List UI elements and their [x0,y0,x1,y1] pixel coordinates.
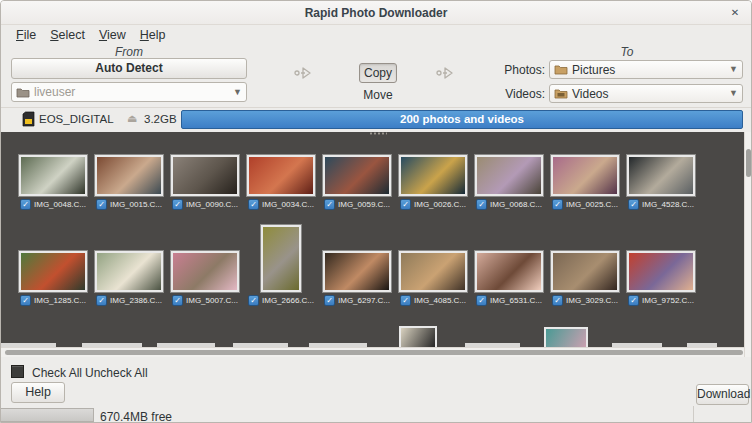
photo-checkbox[interactable]: ✓ [552,199,563,210]
photo-checkbox[interactable]: ✓ [20,295,31,306]
photos-destination-combobox[interactable]: Pictures ▼ [549,60,743,79]
photo-checkbox[interactable]: ✓ [400,199,411,210]
photo-checkbox[interactable]: ✓ [96,199,107,210]
uncheck-all-label[interactable]: Uncheck All [85,366,148,380]
chevron-down-icon: ▼ [729,65,738,74]
title-bar: Rapid Photo Downloader ✕ [1,1,751,25]
check-all-label[interactable]: Check All [32,366,82,380]
photo-item[interactable]: ✓IMG_0048.C... [15,154,91,211]
photo-item[interactable]: ✓IMG_0025.C... [547,154,623,211]
photo-item[interactable]: ✓IMG_0034.C... [243,154,319,211]
move-label[interactable]: Move [359,88,397,102]
vertical-scrollbar[interactable] [744,132,752,357]
photo-thumbnail[interactable] [171,251,239,292]
photo-item[interactable]: ✓IMG_3029.C... [547,224,623,307]
photo-thumbnail[interactable] [261,225,301,292]
photo-thumbnail[interactable] [323,251,391,292]
menu-item-select[interactable]: Select [43,26,92,44]
photo-item[interactable]: ✓IMG_0015.C... [91,154,167,211]
photos-destination-value: Pictures [572,63,615,77]
photo-thumbnail[interactable] [95,155,163,196]
photo-filename: IMG_2386.C... [110,296,162,305]
source-device-combobox[interactable]: liveuser ▼ [11,82,247,102]
photo-item[interactable]: ✓IMG_4528.C... [623,154,699,211]
photo-thumbnail[interactable] [247,155,315,196]
photo-checkbox[interactable]: ✓ [248,295,259,306]
photo-item[interactable]: ✓IMG_2386.C... [91,224,167,307]
photo-filename: IMG_4528.C... [642,200,694,209]
photo-checkbox[interactable]: ✓ [400,295,411,306]
photo-thumbnail[interactable] [95,251,163,292]
photo-item[interactable]: ✓IMG_0068.C... [471,154,547,211]
partial-photo-thumbnail [544,327,588,347]
photo-item[interactable]: ✓IMG_4085.C... [395,224,471,307]
photo-item[interactable]: ✓IMG_6531.C... [471,224,547,307]
photo-checkbox[interactable]: ✓ [628,199,639,210]
copy-button[interactable]: Copy [359,63,397,83]
photo-item[interactable]: ✓IMG_5007.C... [167,224,243,307]
footer-panel: Check All Uncheck All Help Download 670.… [1,357,751,423]
photo-thumbnail[interactable] [551,251,619,292]
thumbnail-grid[interactable]: ✓IMG_0048.C...✓IMG_0015.C...✓IMG_0090.C.… [1,132,744,347]
photo-checkbox[interactable]: ✓ [324,295,335,306]
photo-checkbox[interactable]: ✓ [172,199,183,210]
close-icon[interactable]: ✕ [727,5,743,21]
horizontal-scrollbar[interactable] [1,347,744,357]
videos-label: Videos: [499,87,545,101]
photo-thumbnail[interactable] [19,251,87,292]
photo-item[interactable]: ✓IMG_1285.C... [15,224,91,307]
partial-thumbnail-row [1,323,744,347]
device-row[interactable]: EOS_DIGITAL ⏏ 3.2GB 200 photos and video… [1,107,751,132]
photo-filename: IMG_0025.C... [566,200,618,209]
photo-checkbox[interactable]: ✓ [96,295,107,306]
photo-thumbnail[interactable] [551,155,619,196]
menu-item-file[interactable]: File [9,26,43,44]
thumbnail-row: ✓IMG_0048.C...✓IMG_0015.C...✓IMG_0090.C.… [15,154,744,211]
photo-filename: IMG_0015.C... [110,200,162,209]
to-section-label: To [511,45,743,59]
vertical-scrollbar-thumb[interactable] [746,149,751,177]
photo-checkbox[interactable]: ✓ [172,295,183,306]
photo-item[interactable]: ✓IMG_9752.C... [623,224,699,307]
photo-thumbnail[interactable] [627,155,695,196]
photo-thumbnail[interactable] [19,155,87,196]
download-button[interactable]: Download [696,384,749,405]
flow-arrow-icon [435,64,459,82]
photo-item[interactable]: ✓IMG_0090.C... [167,154,243,211]
photo-thumbnail[interactable] [399,251,467,292]
photo-thumbnail[interactable] [399,155,467,196]
photo-checkbox[interactable]: ✓ [248,199,259,210]
photo-thumbnail[interactable] [475,155,543,196]
photo-item[interactable]: ✓IMG_0026.C... [395,154,471,211]
photo-item[interactable]: ✓IMG_6297.C... [319,224,395,307]
photo-item[interactable]: ✓IMG_2666.C... [243,224,319,307]
from-section-label: From [11,45,247,59]
photo-filename: IMG_9752.C... [642,296,694,305]
photo-thumbnail[interactable] [475,251,543,292]
menu-item-view[interactable]: View [92,26,133,44]
auto-detect-button[interactable]: Auto Detect [11,58,247,79]
pane-resize-handle[interactable] [369,132,387,135]
photo-checkbox[interactable]: ✓ [476,199,487,210]
flow-arrow-icon [293,64,317,82]
chevron-down-icon: ▼ [729,89,738,98]
photo-filename: IMG_2666.C... [262,296,314,305]
help-button[interactable]: Help [11,382,65,403]
photo-thumbnail[interactable] [627,251,695,292]
free-space-bar [1,408,94,422]
photo-thumbnail[interactable] [323,155,391,196]
check-all-checkbox[interactable] [11,365,24,378]
horizontal-scrollbar-thumb[interactable] [5,350,743,355]
menu-item-help[interactable]: Help [133,26,173,44]
eject-icon[interactable]: ⏏ [127,112,137,125]
photo-checkbox[interactable]: ✓ [628,295,639,306]
photo-filename: IMG_0090.C... [186,200,238,209]
photo-checkbox[interactable]: ✓ [552,295,563,306]
photo-item[interactable]: ✓IMG_0059.C... [319,154,395,211]
photo-checkbox[interactable]: ✓ [324,199,335,210]
photo-checkbox[interactable]: ✓ [476,295,487,306]
photo-checkbox[interactable]: ✓ [20,199,31,210]
photo-thumbnail[interactable] [171,155,239,196]
thumbnail-row: ✓IMG_1285.C...✓IMG_2386.C...✓IMG_5007.C.… [15,224,744,307]
videos-destination-combobox[interactable]: Videos ▼ [549,84,743,103]
